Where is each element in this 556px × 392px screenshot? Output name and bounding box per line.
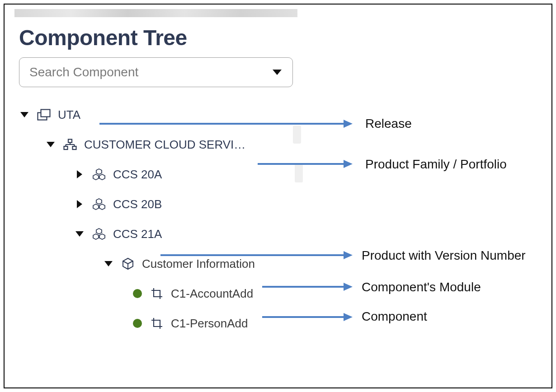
svg-rect-2 (68, 140, 72, 143)
arrowhead-icon (344, 160, 353, 168)
release-icon (36, 109, 52, 121)
tree-node-product[interactable]: CCS 20B (19, 189, 542, 219)
scroll-hint (293, 126, 301, 144)
expand-toggle[interactable] (103, 261, 114, 266)
node-label: CCS 20B (113, 197, 162, 211)
crop-icon (149, 287, 165, 300)
tree-node-component[interactable]: C1-PersonAdd (19, 308, 542, 338)
svg-rect-4 (73, 146, 76, 149)
node-label: CCS 21A (113, 227, 162, 241)
expand-toggle[interactable] (74, 170, 85, 178)
node-label: C1-PersonAdd (171, 317, 248, 331)
expand-toggle[interactable] (45, 142, 56, 147)
node-label: Customer Information (142, 257, 255, 271)
hierarchy-icon (62, 139, 78, 150)
annotation-component: Component (362, 309, 427, 324)
annotation-product-version: Product with Version Number (362, 248, 526, 263)
arrow-family (258, 163, 344, 165)
cubes-icon (91, 168, 107, 181)
app-frame: Component Tree Search Component UTA CUST… (4, 4, 552, 388)
arrow-module (262, 286, 344, 288)
status-dot (132, 319, 143, 328)
chevron-down-icon (273, 70, 282, 75)
component-tree: UTA CUSTOMER CLOUD SERVI… CCS 20A (19, 100, 542, 338)
status-dot-icon (133, 289, 142, 298)
package-icon (120, 257, 136, 270)
page-title: Component Tree (19, 25, 542, 50)
annotation-release: Release (365, 117, 412, 131)
content-area: Component Tree Search Component UTA CUST… (14, 17, 542, 383)
expand-toggle[interactable] (19, 112, 30, 117)
node-label: CCS 20A (113, 168, 162, 182)
status-dot-icon (133, 319, 142, 328)
crop-icon (149, 317, 165, 330)
window-top-strip (14, 9, 297, 17)
status-dot (132, 289, 143, 298)
node-label: C1-AccountAdd (171, 287, 253, 301)
arrow-component (262, 316, 344, 318)
arrowhead-icon (344, 313, 353, 321)
chevron-down-icon (75, 231, 84, 237)
arrowhead-icon (344, 120, 353, 128)
svg-rect-3 (64, 146, 68, 149)
expand-toggle[interactable] (74, 231, 85, 237)
tree-node-product[interactable]: CCS 21A (19, 219, 542, 249)
chevron-down-icon (104, 261, 113, 266)
scroll-hint (295, 164, 303, 182)
expand-toggle[interactable] (74, 200, 85, 208)
chevron-down-icon (47, 142, 55, 147)
chevron-down-icon (20, 112, 28, 117)
node-label: UTA (58, 108, 80, 122)
cubes-icon (91, 198, 107, 210)
tree-node-family[interactable]: CUSTOMER CLOUD SERVI… (19, 130, 542, 159)
chevron-right-icon (77, 170, 82, 178)
chevron-right-icon (77, 200, 82, 208)
annotation-module: Component's Module (362, 280, 481, 294)
arrowhead-icon (344, 251, 353, 259)
search-placeholder: Search Component (29, 65, 138, 79)
arrow-release (99, 123, 344, 125)
tree-node-release[interactable]: UTA (19, 100, 542, 130)
node-label: CUSTOMER CLOUD SERVI… (84, 138, 245, 152)
svg-rect-1 (41, 110, 50, 117)
search-component-select[interactable]: Search Component (19, 57, 293, 87)
cubes-icon (91, 228, 107, 240)
arrow-product-version (160, 254, 344, 256)
arrowhead-icon (344, 283, 353, 291)
annotation-family: Product Family / Portfolio (365, 157, 507, 172)
